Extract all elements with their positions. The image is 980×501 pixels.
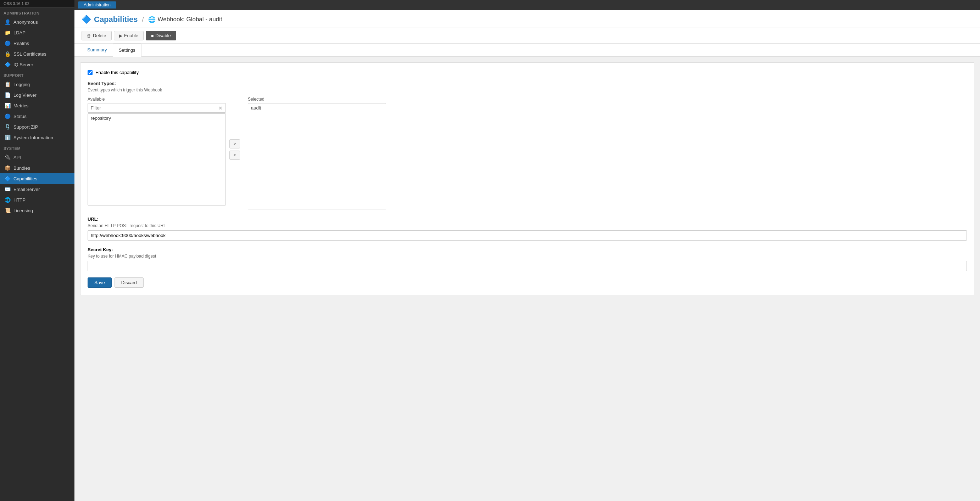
capabilities-breadcrumb-icon: 🔷 bbox=[81, 15, 91, 24]
page-title: Capabilities bbox=[94, 15, 138, 24]
anonymous-icon: 👤 bbox=[4, 19, 11, 25]
logging-icon: 📋 bbox=[4, 81, 11, 87]
move-left-icon: < bbox=[233, 153, 236, 158]
selected-label: Selected bbox=[248, 97, 386, 102]
filter-clear-icon[interactable]: ✕ bbox=[216, 104, 226, 112]
enable-row: Enable this capability bbox=[88, 70, 967, 75]
status-icon: 🔵 bbox=[4, 113, 11, 119]
sidebar-item-label: SSL Certificates bbox=[13, 51, 46, 57]
log-viewer-icon: 📄 bbox=[4, 92, 11, 98]
list-item[interactable]: audit bbox=[248, 103, 386, 112]
sidebar-item-label: HTTP bbox=[13, 197, 25, 203]
available-label: Available bbox=[88, 97, 226, 102]
sidebar-item-log-viewer[interactable]: 📄 Log Viewer bbox=[0, 90, 75, 100]
url-label: URL: bbox=[88, 217, 967, 222]
move-right-button[interactable]: > bbox=[229, 139, 240, 149]
sidebar-item-iq-server[interactable]: 🔷 IQ Server bbox=[0, 59, 75, 70]
secret-key-input[interactable] bbox=[88, 261, 967, 271]
disable-button[interactable]: ■ Disable bbox=[146, 31, 176, 40]
sidebar-item-licensing[interactable]: 📜 Licensing bbox=[0, 205, 75, 216]
sidebar-item-bundles[interactable]: 📦 Bundles bbox=[0, 163, 75, 173]
sidebar-item-label: Log Viewer bbox=[13, 92, 37, 98]
sidebar-item-ssl[interactable]: 🔒 SSL Certificates bbox=[0, 49, 75, 59]
tab-settings[interactable]: Settings bbox=[113, 44, 142, 57]
sidebar-item-label: Support ZIP bbox=[13, 124, 38, 130]
move-right-icon: > bbox=[233, 141, 236, 146]
sidebar-section-system: System bbox=[0, 143, 75, 152]
tab-summary[interactable]: Summary bbox=[81, 44, 113, 57]
sidebar-item-capabilities[interactable]: 🔷 Capabilities bbox=[0, 173, 75, 184]
form-panel: Enable this capability Event Types: Even… bbox=[80, 62, 974, 295]
url-section: URL: Send an HTTP POST request to this U… bbox=[88, 217, 967, 241]
sidebar-item-label: API bbox=[13, 155, 21, 160]
api-icon: 🔌 bbox=[4, 154, 11, 160]
ssl-icon: 🔒 bbox=[4, 51, 11, 57]
sidebar-item-label: System Information bbox=[13, 135, 53, 140]
selected-col: Selected audit bbox=[248, 97, 386, 209]
sidebar-section-admin: Administration bbox=[0, 8, 75, 17]
enable-button[interactable]: ▶ Enable bbox=[114, 31, 143, 40]
sidebar-item-label: Metrics bbox=[13, 103, 29, 108]
sidebar-item-email-server[interactable]: ✉️ Email Server bbox=[0, 184, 75, 195]
tabs: Summary Settings bbox=[75, 44, 980, 57]
topbar-tab[interactable]: Administration bbox=[78, 2, 116, 8]
sidebar-item-label: Anonymous bbox=[13, 19, 38, 25]
webhook-title: Webhook: Global - audit bbox=[158, 16, 222, 23]
enable-label: Enable bbox=[124, 33, 138, 38]
version-label: OSS 3.16.1-02 bbox=[0, 0, 75, 8]
metrics-icon: 📊 bbox=[4, 103, 11, 108]
support-zip-icon: 🗜️ bbox=[4, 124, 11, 130]
url-input[interactable] bbox=[88, 230, 967, 241]
email-icon: ✉️ bbox=[4, 186, 11, 192]
sidebar-item-api[interactable]: 🔌 API bbox=[0, 152, 75, 163]
url-desc: Send an HTTP POST request to this URL bbox=[88, 223, 967, 228]
bundles-icon: 📦 bbox=[4, 165, 11, 171]
realms-icon: 🔵 bbox=[4, 40, 11, 46]
sidebar-item-label: IQ Server bbox=[13, 62, 33, 67]
secret-key-section: Secret Key: Key to use for HMAC payload … bbox=[88, 247, 967, 271]
http-icon: 🌐 bbox=[4, 197, 11, 203]
discard-button[interactable]: Discard bbox=[115, 277, 143, 288]
sidebar-item-logging[interactable]: 📋 Logging bbox=[0, 79, 75, 90]
delete-button[interactable]: 🗑 Delete bbox=[81, 31, 112, 40]
toolbar: 🗑 Delete ▶ Enable ■ Disable bbox=[75, 28, 980, 44]
enable-icon: ▶ bbox=[119, 33, 123, 38]
sidebar-item-label: Capabilities bbox=[13, 176, 37, 181]
disable-label: Disable bbox=[155, 33, 170, 38]
sidebar-item-ldap[interactable]: 📁 LDAP bbox=[0, 27, 75, 38]
sidebar-item-status[interactable]: 🔵 Status bbox=[0, 111, 75, 122]
sidebar-item-support-zip[interactable]: 🗜️ Support ZIP bbox=[0, 122, 75, 132]
sidebar-item-system-info[interactable]: ℹ️ System Information bbox=[0, 132, 75, 143]
sidebar-item-anonymous[interactable]: 👤 Anonymous bbox=[0, 17, 75, 27]
sidebar-item-metrics[interactable]: 📊 Metrics bbox=[0, 100, 75, 111]
filter-input[interactable] bbox=[88, 103, 216, 112]
secret-key-label: Secret Key: bbox=[88, 247, 967, 252]
ldap-icon: 📁 bbox=[4, 30, 11, 35]
sidebar-item-label: Bundles bbox=[13, 165, 30, 171]
form-actions: Save Discard bbox=[88, 277, 967, 288]
event-types-section: Event Types: Event types which trigger t… bbox=[88, 81, 967, 209]
sidebar-item-http[interactable]: 🌐 HTTP bbox=[0, 195, 75, 205]
move-left-button[interactable]: < bbox=[229, 151, 240, 160]
sidebar-section-support: Support bbox=[0, 70, 75, 79]
available-list[interactable]: repository bbox=[88, 113, 226, 206]
page-header: 🔷 Capabilities / 🌐 Webhook: Global - aud… bbox=[75, 10, 980, 28]
filter-wrap: ✕ bbox=[88, 103, 226, 113]
sidebar-item-label: Realms bbox=[13, 41, 29, 46]
available-col: Available ✕ repository bbox=[88, 97, 226, 206]
content-area: 🔷 Capabilities / 🌐 Webhook: Global - aud… bbox=[75, 10, 980, 501]
selected-list[interactable]: audit bbox=[248, 103, 386, 209]
topbar: Administration bbox=[75, 0, 980, 10]
delete-label: Delete bbox=[93, 33, 107, 38]
webhook-icon: 🌐 bbox=[148, 16, 156, 24]
list-item[interactable]: repository bbox=[88, 114, 226, 123]
save-button[interactable]: Save bbox=[88, 277, 112, 288]
enable-label: Enable this capability bbox=[95, 70, 138, 75]
system-info-icon: ℹ️ bbox=[4, 135, 11, 140]
breadcrumb-separator: / bbox=[142, 16, 143, 24]
sidebar-item-realms[interactable]: 🔵 Realms bbox=[0, 38, 75, 49]
sidebar-item-label: Licensing bbox=[13, 208, 33, 213]
enable-checkbox[interactable] bbox=[88, 70, 92, 75]
iq-icon: 🔷 bbox=[4, 62, 11, 67]
transfer-buttons: > < bbox=[226, 139, 243, 160]
